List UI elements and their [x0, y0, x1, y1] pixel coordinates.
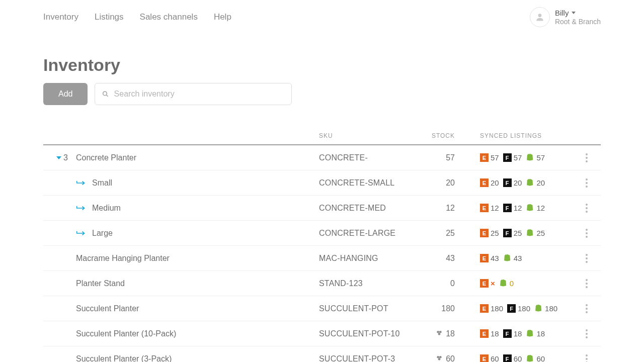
nav-sales-channels[interactable]: Sales channels [140, 12, 198, 22]
product-name-cell: Small [76, 178, 319, 188]
svg-point-5 [438, 333, 441, 335]
col-header-sku: SKU [319, 132, 418, 139]
listing-faire: F60 [503, 354, 522, 362]
etsy-icon: E [480, 254, 489, 262]
product-name: Planter Stand [76, 279, 125, 288]
listing-shopify: 180 [534, 304, 557, 314]
bundle-icon [436, 329, 443, 338]
row-actions-menu[interactable] [586, 329, 588, 338]
row-actions-menu[interactable] [586, 279, 588, 288]
svg-point-4 [439, 330, 442, 333]
listing-shopify: 12 [526, 203, 545, 213]
etsy-icon: E [480, 329, 489, 338]
listing-value: 25 [491, 229, 499, 237]
row-actions-menu[interactable] [586, 304, 588, 313]
stock-cell: 57 [418, 153, 457, 162]
stock-value: 0 [450, 279, 455, 288]
row-actions-menu[interactable] [586, 153, 588, 162]
listing-value: 12 [491, 204, 499, 212]
product-name: Macrame Hanging Planter [76, 254, 170, 263]
shopify-icon [503, 253, 512, 263]
shopify-icon [526, 228, 534, 238]
user-name: Billy [555, 9, 569, 18]
listing-value: 25 [536, 229, 545, 237]
faire-icon: F [503, 178, 512, 187]
child-arrow-icon [76, 179, 86, 187]
listings-cell: E25F2525 [457, 228, 573, 238]
etsy-icon: E [480, 153, 489, 162]
listing-value: 12 [514, 204, 522, 212]
nav-listings[interactable]: Listings [95, 12, 124, 22]
listing-value: 20 [536, 178, 545, 187]
listing-etsy: E18 [480, 329, 499, 338]
table-row[interactable]: MediumCONCRETE-MED12E12F1212 [43, 196, 601, 221]
nav-help[interactable]: Help [214, 12, 231, 22]
table-row[interactable]: Planter StandSTAND-1230E×0 [43, 271, 601, 296]
listing-value: 60 [536, 354, 545, 362]
listing-value: 57 [514, 153, 522, 162]
stock-cell: 12 [418, 204, 457, 213]
add-button[interactable]: Add [43, 83, 88, 105]
stock-cell: 0 [418, 279, 457, 288]
inventory-table: SKU STOCK SYNCED LISTINGS 3Concrete Plan… [43, 132, 601, 362]
shopify-icon [526, 354, 534, 363]
sku-cell: CONCRETE-SMALL [319, 178, 418, 188]
row-actions-menu[interactable] [586, 354, 588, 363]
etsy-icon: E [480, 279, 489, 288]
svg-point-3 [437, 330, 440, 333]
row-actions-menu[interactable] [586, 178, 588, 188]
listings-cell: E12F1212 [457, 203, 573, 213]
listings-cell: E180F180180 [457, 304, 573, 314]
shopify-icon [499, 279, 508, 289]
table-row[interactable]: Macrame Hanging PlanterMAC-HANGING43E434… [43, 246, 601, 271]
listing-faire: F12 [503, 204, 522, 212]
child-arrow-icon [76, 230, 86, 237]
table-row[interactable]: Succulent PlanterSUCCULENT-POT180E180F18… [43, 296, 601, 321]
table-row[interactable]: LargeCONCRETE-LARGE25E25F2525 [43, 221, 601, 246]
faire-icon: F [503, 153, 512, 162]
faire-icon: F [503, 229, 512, 237]
listing-value: 180 [518, 304, 530, 313]
child-arrow-icon [76, 205, 86, 212]
listing-value: 20 [491, 178, 499, 187]
row-actions-menu[interactable] [586, 254, 588, 263]
listing-shopify: 0 [499, 279, 514, 289]
table-row[interactable]: SmallCONCRETE-SMALL20E20F2020 [43, 170, 601, 196]
product-name-cell: Succulent Planter (3-Pack) [76, 354, 319, 363]
stock-value: 20 [446, 178, 455, 188]
nav-inventory[interactable]: Inventory [43, 12, 78, 22]
search-input-wrap[interactable] [95, 83, 292, 105]
stock-value: 60 [446, 354, 455, 363]
stock-value: 25 [446, 229, 455, 238]
faire-icon: F [503, 204, 512, 212]
expand-toggle[interactable]: 3 [43, 153, 76, 162]
sku-cell: STAND-123 [319, 279, 418, 288]
listings-cell: E18F1818 [457, 329, 573, 339]
listing-shopify: 60 [526, 354, 545, 363]
sku-cell: SUCCULENT-POT-3 [319, 354, 418, 363]
listing-value: 60 [491, 354, 499, 362]
listings-cell: E×0 [457, 279, 573, 289]
table-row[interactable]: Succulent Planter (3-Pack)SUCCULENT-POT-… [43, 346, 601, 362]
product-name: Succulent Planter (10-Pack) [76, 329, 176, 338]
row-actions-menu[interactable] [586, 204, 588, 213]
search-input[interactable] [114, 89, 285, 99]
listings-cell: E60F6060 [457, 354, 573, 363]
listing-value: 180 [491, 304, 503, 313]
row-actions-menu[interactable] [586, 229, 588, 238]
stock-value: 43 [446, 254, 455, 263]
listing-value: 25 [514, 229, 522, 237]
listing-faire: F25 [503, 229, 522, 237]
bundle-icon [436, 354, 443, 363]
stock-value: 18 [446, 329, 455, 338]
listing-value: 0 [510, 279, 514, 288]
sku-cell: CONCRETE-LARGE [319, 229, 418, 238]
stock-value: 57 [446, 153, 455, 162]
table-row[interactable]: Succulent Planter (10-Pack)SUCCULENT-POT… [43, 321, 601, 346]
table-row[interactable]: 3Concrete PlanterCONCRETE-57E57F5757 [43, 145, 601, 170]
etsy-icon: E [480, 204, 489, 212]
user-menu[interactable]: Billy Root & Branch [530, 7, 601, 27]
svg-point-8 [438, 358, 441, 360]
product-name-cell: Planter Stand [76, 279, 319, 288]
shopify-icon [526, 329, 534, 339]
